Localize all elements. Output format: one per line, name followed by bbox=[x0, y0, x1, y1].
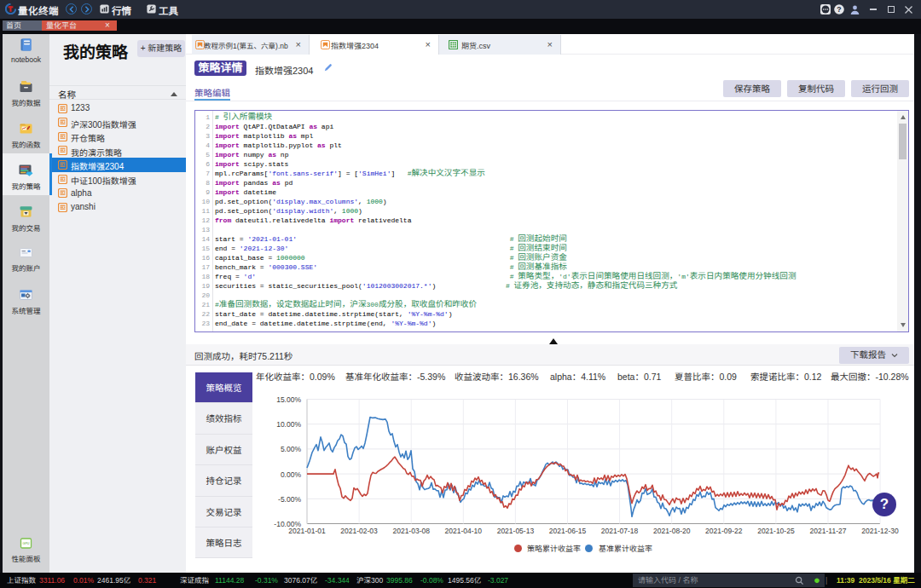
svg-text:10.00%: 10.00% bbox=[276, 420, 301, 429]
svg-text:GPU: GPU bbox=[23, 542, 30, 545]
svg-text:0.00%: 0.00% bbox=[281, 470, 302, 479]
svg-text:2021-10-25: 2021-10-25 bbox=[757, 527, 795, 535]
svg-text:5.00%: 5.00% bbox=[281, 445, 302, 453]
svg-text:2021-06-15: 2021-06-15 bbox=[549, 527, 587, 535]
svg-text:15.00%: 15.00% bbox=[276, 395, 301, 404]
svg-text:2021-07-18: 2021-07-18 bbox=[601, 527, 639, 535]
svg-text:基准累计收益率: 基准累计收益率 bbox=[599, 545, 652, 553]
svg-text:2021-11-27: 2021-11-27 bbox=[810, 527, 847, 535]
svg-text:2021-05-13: 2021-05-13 bbox=[497, 527, 535, 535]
svg-text:?: ? bbox=[837, 5, 841, 14]
svg-text:-5.00%: -5.00% bbox=[278, 495, 301, 504]
svg-text:2021-08-20: 2021-08-20 bbox=[653, 527, 691, 535]
svg-text:2021-04-10: 2021-04-10 bbox=[445, 527, 483, 535]
svg-text:2021-12-30: 2021-12-30 bbox=[861, 527, 899, 535]
svg-text:2021-02-03: 2021-02-03 bbox=[340, 527, 378, 535]
svg-text:2021-01-01: 2021-01-01 bbox=[288, 527, 326, 535]
svg-text:策略累计收益率: 策略累计收益率 bbox=[527, 545, 581, 553]
svg-text:2021-09-22: 2021-09-22 bbox=[705, 527, 743, 535]
svg-text:2021-03-08: 2021-03-08 bbox=[392, 527, 430, 535]
